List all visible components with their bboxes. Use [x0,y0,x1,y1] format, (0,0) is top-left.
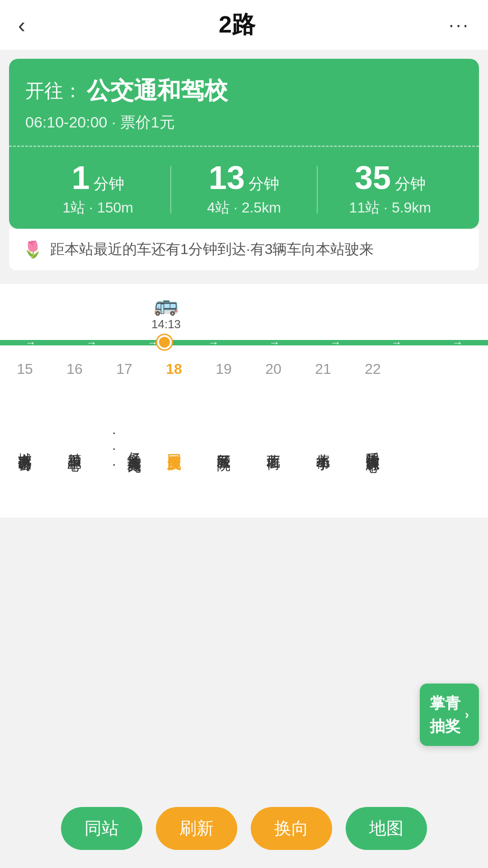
arrow-1: → [25,336,36,349]
stop-19-num: 19 [216,361,232,377]
refresh-button[interactable]: 刷新 [156,807,237,850]
arrow-5: → [269,336,280,349]
stop-15-name: 城市人家装饰公司 [15,382,35,509]
stop-20[interactable]: 20 北垣西街 [249,361,298,509]
page-title: 2路 [219,9,255,41]
route-card: 开往： 公交通和驾校 06:10-20:00 · 票价1元 1 分钟 1站 · … [9,59,479,229]
stop-16[interactable]: 16 精神卫生中心 [50,361,99,509]
same-stop-button[interactable]: 同站 [61,807,142,850]
more-button[interactable]: ··· [449,14,470,36]
bus-position: 🚌 14:13 [151,293,181,331]
bus-time-1-detail: 1站 · 150m [25,198,170,218]
stop-17-num: 17 [116,361,132,377]
bus-time-2: 13 分钟 4站 · 2.5km [171,161,316,218]
stop-21-num: 21 [315,361,331,377]
stop-19[interactable]: 19 新城区医院 [199,361,249,509]
bus-icon: 🚌 [154,293,178,316]
dest-label: 开往： [25,78,82,104]
dest-name: 公交通和驾校 [87,75,228,107]
bus-time-3: 35 分钟 11站 · 5.9km [318,161,463,218]
stops-row: 15 城市人家装饰公司 16 精神卫生中心 17 亿乐童城儿童商城九... 18… [0,352,488,509]
bus-time-3-detail: 11站 · 5.9km [318,198,463,218]
stop-18-name: 国航大厦 [164,382,184,509]
bus-times-row: 1 分钟 1站 · 150m 13 分钟 4站 · 2.5km 35 分钟 11… [25,147,463,229]
stop-17-name: 亿乐童城儿童商城九... [104,382,145,509]
flower-icon: 🌷 [23,240,43,259]
bus-time-3-num: 35 [355,160,391,196]
arrow-6: → [330,336,341,349]
arrow-2: → [86,336,97,349]
stop-21[interactable]: 21 北垣街小学 [298,361,348,509]
float-btn-label: 掌青 抽奖 [430,692,460,738]
bus-time-2-detail: 4站 · 2.5km [171,198,316,218]
bus-time-2-num: 13 [209,160,245,196]
arrow-8: → [452,336,463,349]
stop-22-num: 22 [365,361,381,377]
bus-time-1: 1 分钟 1站 · 150m [25,161,170,218]
back-button[interactable]: ‹ [18,13,25,38]
map-button[interactable]: 地图 [346,807,427,850]
stop-15-num: 15 [17,361,33,377]
arrow-3: → [147,336,158,349]
arrow-4: → [208,336,219,349]
header: ‹ 2路 ··· [0,0,488,50]
float-lottery-button[interactable]: 掌青 抽奖 › [420,684,479,746]
stop-20-num: 20 [265,361,282,377]
stop-22-name: 呼铁局体育训练中心 [363,382,383,509]
notice-text: 距本站最近的车还有1分钟到达·有3辆车向本站驶来 [50,240,374,259]
stop-20-name: 北垣西街 [263,382,284,509]
stop-15[interactable]: 15 城市人家装饰公司 [0,361,50,509]
stop-19-name: 新城区医院 [214,382,234,509]
stop-18[interactable]: 18 国航大厦 [149,361,199,509]
stop-18-num: 18 [166,361,182,377]
bottom-toolbar: 同站 刷新 换向 地图 [0,796,488,868]
bus-time-1-num: 1 [71,160,89,196]
float-btn-arrow-icon: › [465,708,469,722]
stop-16-name: 精神卫生中心 [65,382,85,509]
bus-time-1-unit: 分钟 [94,175,124,192]
bus-time-2-unit: 分钟 [249,175,279,192]
bus-time-3-unit: 分钟 [395,175,426,192]
stop-21-name: 北垣街小学 [313,382,333,509]
time-price: 06:10-20:00 · 票价1元 [25,112,463,133]
timeline: 🚌 14:13 → → → → → → → → 15 城市人家装饰公司 16 精… [0,284,488,518]
stop-16-num: 16 [66,361,83,377]
bus-icon-row: 🚌 14:13 [0,293,488,329]
track-row: → → → → → → → → [0,329,488,352]
notice-bar: 🌷 距本站最近的车还有1分钟到达·有3辆车向本站驶来 [9,229,479,270]
destination-row: 开往： 公交通和驾校 [25,75,463,107]
stop-22[interactable]: 22 呼铁局体育训练中心 [348,361,398,509]
arrow-7: → [391,336,402,349]
direction-button[interactable]: 换向 [251,807,332,850]
track-arrows: → → → → → → → → [0,340,488,345]
current-stop-indicator [157,335,172,349]
stop-17[interactable]: 17 亿乐童城儿童商城九... [99,361,149,509]
